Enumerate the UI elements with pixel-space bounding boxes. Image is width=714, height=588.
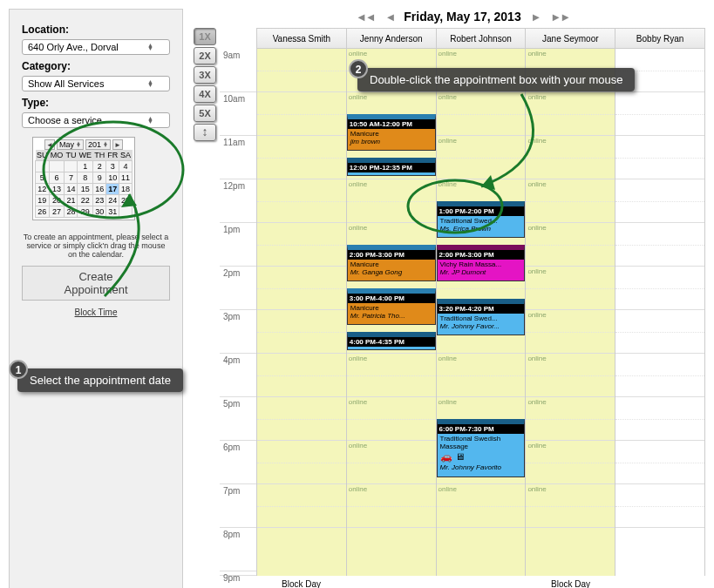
location-select[interactable]: 640 Orly Ave., Dorval ▲▼ [22, 39, 170, 55]
appointment-client: jim brown [350, 138, 432, 145]
resource-body[interactable]: onlineonlineonlineonlineonlineonlineonli… [347, 49, 436, 528]
appointment-client: Mr. JP Dumont [440, 268, 522, 276]
mini-cal-day[interactable]: 27 [49, 206, 65, 218]
time-label: 12pm [220, 179, 256, 223]
first-day-button[interactable]: ◄◄ [355, 10, 376, 24]
mini-cal-day[interactable]: 23 [93, 195, 106, 206]
mini-cal-day[interactable]: 1 [78, 161, 93, 172]
category-select[interactable]: Show All Services ▲▼ [22, 76, 170, 91]
mini-cal-day[interactable]: 8 [78, 172, 93, 184]
chevron-updown-icon: ▲▼ [147, 117, 153, 124]
block-day-link[interactable]: Block Day [526, 576, 615, 588]
appointment-client: Mr. Johnny Favorito [440, 463, 522, 471]
resource-body[interactable]: onlineonlineonlineonlineonlineonlineonli… [437, 49, 526, 528]
mini-cal-day[interactable]: 5 [36, 172, 50, 184]
resource-body[interactable]: onlineonlineonlineonlineonlineonlineonli… [526, 49, 615, 528]
create-appointment-button[interactable]: Create Appointment [22, 266, 170, 301]
appointment[interactable]: 12:00 PM-12:35 PMSoft Hands Massa...Jeff… [347, 158, 436, 176]
mini-cal-day[interactable]: 15 [78, 184, 93, 195]
mini-cal-day[interactable]: 11 [119, 172, 133, 184]
appointment[interactable]: 10:50 AM-12:00 PMManicurejim brown [347, 114, 436, 151]
mini-cal-day[interactable]: 12 [36, 184, 50, 195]
mini-cal-day[interactable]: 31 [106, 206, 119, 218]
badge-2: 2 [349, 59, 368, 78]
mini-cal-day[interactable]: 13 [49, 184, 65, 195]
appointment-client: Mr. Patricia Tho... [350, 312, 432, 320]
appointment[interactable]: 3:20 PM-4:20 PMTraditional Swed...Mr. Jo… [437, 299, 526, 335]
prev-day-button[interactable]: ◄ [384, 10, 396, 24]
time-label: 5pm [220, 397, 256, 441]
mini-cal-day[interactable]: 10 [106, 172, 119, 184]
car-icon: 🚗 [440, 451, 452, 462]
dow-header: TU [65, 150, 78, 161]
mini-cal-day[interactable]: 22 [78, 195, 93, 206]
resource-body[interactable] [257, 49, 346, 528]
mini-cal-day[interactable]: 20 [49, 195, 65, 206]
mini-cal-day[interactable]: 21 [65, 195, 78, 206]
appointment[interactable]: 3:00 PM-4:00 PMManicureMr. Patricia Tho.… [347, 288, 436, 325]
mini-cal-day[interactable]: 9 [93, 172, 106, 184]
sidebar: Location: 640 Orly Ave., Dorval ▲▼ Categ… [9, 9, 183, 588]
zoom-3x-button[interactable]: 3X [194, 66, 216, 84]
mini-cal-day[interactable]: 30 [93, 206, 106, 218]
callout-2: 2 Double-click the appointment box with … [357, 68, 635, 91]
resource-header[interactable]: Bobby Ryan [615, 28, 704, 49]
zoom-2x-button[interactable]: 2X [194, 47, 216, 64]
appointment[interactable]: 6:00 PM-7:30 PMTraditional Swedish Massa… [437, 419, 526, 477]
mini-cal-day[interactable]: 7 [65, 172, 78, 184]
appointment-time: 1:00 PM-2:00 PM [438, 206, 525, 216]
time-label: 2pm [220, 267, 256, 310]
date-navigation: ◄◄ ◄ Friday, May 17, 2013 ► ►► [220, 9, 705, 28]
mini-cal-day[interactable]: 24 [106, 195, 119, 206]
zoom-1x-button[interactable]: 1X [194, 28, 216, 45]
year-select[interactable]: 201▲▼ [85, 139, 111, 150]
appointment-time: 4:00 PM-4:35 PM [348, 337, 435, 347]
online-indicator: online [439, 180, 457, 188]
mini-cal-day[interactable]: 3 [106, 161, 119, 172]
online-indicator: online [349, 398, 367, 406]
resource-header[interactable]: Jenny Anderson [347, 28, 436, 49]
block-time-link[interactable]: Block Time [22, 308, 170, 317]
mini-cal-day[interactable]: 14 [65, 184, 78, 195]
mini-cal-day[interactable]: 4 [119, 161, 133, 172]
appointment-time: 10:50 AM-12:00 PM [348, 119, 435, 129]
mini-cal-day [65, 161, 78, 172]
mini-cal-day[interactable]: 28 [65, 206, 78, 218]
mini-cal-day[interactable]: 18 [119, 184, 133, 195]
mini-cal-day[interactable]: 25 [119, 195, 133, 206]
mini-cal-day[interactable]: 26 [36, 206, 50, 218]
mini-cal-day[interactable]: 16 [93, 184, 106, 195]
zoom-4x-button[interactable]: 4X [194, 85, 216, 103]
mini-calendar-table[interactable]: SUMOTUWETHFRSA 1234567891011121314151617… [35, 150, 133, 218]
type-select[interactable]: Choose a service ▲▼ [22, 112, 170, 128]
mini-cal-day[interactable]: 17 [106, 184, 119, 195]
next-day-button[interactable]: ► [530, 10, 541, 24]
last-day-button[interactable]: ►► [549, 10, 570, 24]
resource-body[interactable] [615, 49, 704, 528]
month-select[interactable]: May▲▼ [57, 139, 84, 150]
appointment[interactable]: 1:00 PM-2:00 PMTraditional Swed...Ms. Er… [437, 201, 526, 238]
resource-header[interactable]: Robert Johnson [437, 28, 526, 49]
online-indicator: online [527, 267, 546, 275]
chevron-updown-icon: ▲▼ [147, 80, 153, 87]
mini-cal-day[interactable]: 6 [49, 172, 65, 184]
prev-month-button[interactable]: ◄ [44, 139, 55, 150]
zoom-5x-button[interactable]: 5X [194, 105, 216, 122]
time-label: 3pm [220, 310, 256, 354]
resource-header[interactable]: Jane Seymoor [526, 28, 615, 49]
category-label: Category: [22, 60, 170, 72]
mini-cal-day[interactable]: 2 [93, 161, 106, 172]
online-indicator: online [349, 224, 367, 232]
appointment-service: Traditional Swedish Massage [440, 435, 522, 450]
mini-cal-day[interactable]: 29 [78, 206, 93, 218]
time-label: 10am [220, 92, 256, 136]
mini-cal-day[interactable]: 19 [36, 195, 50, 206]
resource-header[interactable]: Vanessa Smith [257, 28, 346, 49]
zoom-fit-button[interactable]: ↕ [194, 124, 216, 141]
mini-calendar[interactable]: ◄ May▲▼ 201▲▼ ► SUMOTUWETHFRSA 123456789… [32, 137, 135, 220]
next-month-button[interactable]: ► [112, 139, 123, 150]
appointment[interactable]: 2:00 PM-3:00 PMVichy Rain Massa...Mr. JP… [437, 245, 526, 281]
appointment[interactable]: 2:00 PM-3:00 PMManicureMr. Ganga Gong [347, 245, 436, 281]
block-day-link[interactable]: Block Day [256, 576, 346, 588]
appointment[interactable]: 4:00 PM-4:35 PMSoft Hands Massa...Mrs. J… [347, 332, 436, 350]
